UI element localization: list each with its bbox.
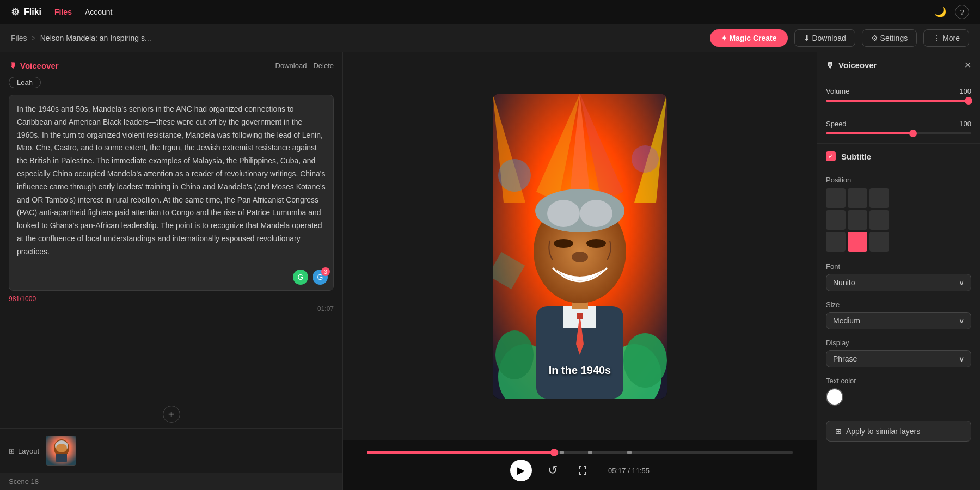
main-content: 🎙 Voiceover Download Delete Leah In the … — [0, 52, 980, 490]
magic-create-button[interactable]: ✦ Magic Create — [710, 29, 788, 47]
scene-panel: 🎙 Voiceover Download Delete Leah In the … — [0, 52, 342, 400]
char-count: 981/1000 — [9, 295, 334, 303]
time-display: 05:17 / 11:55 — [608, 467, 650, 475]
grammar-tool[interactable]: G — [293, 270, 308, 285]
panel-title-text: Voiceover — [838, 60, 877, 70]
panel-mic-icon: 🎙 — [826, 60, 834, 70]
voiceover-text: In the 1940s and 50s, Mandela's seniors … — [17, 103, 326, 259]
font-chevron: ∨ — [959, 278, 964, 287]
display-dropdown[interactable]: Phrase ∨ — [826, 350, 971, 367]
download-button[interactable]: ⬇ Download — [794, 29, 855, 47]
controls-row: ▶ ↺ 05:17 / 11:55 — [354, 460, 806, 481]
video-area: In the 1940s — [343, 52, 817, 440]
svg-point-25 — [586, 239, 606, 248]
thumbnail-preview[interactable] — [46, 436, 76, 466]
font-dropdown[interactable]: Nunito ∨ — [826, 274, 971, 291]
play-button[interactable]: ▶ — [510, 460, 532, 481]
breadcrumb-actions: ✦ Magic Create ⬇ Download ⚙ Settings ⋮ M… — [710, 29, 969, 47]
svg-point-23 — [580, 200, 612, 227]
nav-right: 🌙 ? — [934, 5, 969, 19]
voiceover-actions: Download Delete — [275, 62, 334, 70]
nav-account[interactable]: Account — [85, 8, 113, 16]
video-controls: ▶ ↺ 05:17 / 11:55 — [343, 440, 817, 490]
volume-thumb — [965, 97, 972, 105]
breadcrumb-separator: > — [32, 34, 36, 42]
app-name: Fliki — [24, 7, 41, 17]
size-dropdown[interactable]: Medium ∨ — [826, 312, 971, 329]
size-label: Size — [826, 301, 971, 309]
subtitle-row: ✓ Subtitle — [817, 144, 980, 169]
voiceover-delete[interactable]: Delete — [313, 62, 334, 70]
video-subtitle: In the 1940s — [549, 364, 611, 377]
pos-mid-center[interactable] — [848, 210, 867, 230]
position-label: Position — [817, 169, 980, 188]
subtitle-checkbox[interactable]: ✓ — [826, 151, 836, 161]
text-color-picker[interactable] — [826, 388, 843, 406]
progress-bar[interactable] — [367, 451, 793, 454]
right-panel: 🎙 Voiceover ✕ Volume 100 Speed 100 — [817, 52, 980, 490]
voiceover-header: 🎙 Voiceover Download Delete — [9, 61, 334, 70]
logo-icon: ⚙ — [11, 6, 20, 18]
panel-header: 🎙 Voiceover ✕ — [817, 52, 980, 78]
pos-bot-center[interactable] — [848, 232, 867, 252]
add-scene-button[interactable]: + — [163, 406, 180, 423]
app-logo[interactable]: ⚙ Fliki — [11, 6, 41, 18]
pos-bot-left[interactable] — [826, 232, 846, 252]
mic-icon: 🎙 — [9, 61, 17, 70]
svg-point-27 — [498, 159, 531, 192]
display-chevron: ∨ — [959, 354, 964, 363]
pos-mid-left[interactable] — [826, 210, 846, 230]
center-panel: In the 1940s — [343, 52, 817, 490]
speed-label: Speed — [826, 120, 950, 128]
pos-mid-right[interactable] — [869, 210, 889, 230]
speed-row: Speed 100 — [826, 120, 971, 128]
progress-fill — [367, 451, 554, 454]
volume-label: Volume — [826, 87, 950, 95]
layout-icon: ⊞ — [9, 447, 15, 455]
font-value: Nunito — [833, 278, 855, 287]
position-section: Position — [817, 169, 980, 258]
mandela-illustration: In the 1940s — [493, 94, 667, 399]
panel-close-button[interactable]: ✕ — [964, 60, 971, 70]
size-chevron: ∨ — [959, 316, 964, 325]
volume-value: 100 — [955, 87, 971, 95]
display-value: Phrase — [833, 354, 857, 363]
volume-slider[interactable] — [826, 100, 971, 102]
volume-fill — [826, 100, 971, 102]
svg-point-14 — [623, 333, 667, 388]
settings-button[interactable]: ⚙ Settings — [862, 29, 917, 47]
svg-point-22 — [547, 200, 580, 227]
panel-title: 🎙 Voiceover — [826, 60, 877, 70]
pos-top-left[interactable] — [826, 188, 846, 208]
speed-thumb — [909, 130, 917, 137]
pos-bot-right[interactable] — [869, 232, 889, 252]
text-color-section: Text color — [817, 372, 980, 412]
help-button[interactable]: ? — [955, 5, 969, 19]
breadcrumb-root[interactable]: Files — [11, 34, 27, 42]
video-frame: In the 1940s — [493, 94, 667, 399]
voiceover-label: Voiceover — [20, 61, 59, 70]
speed-slider[interactable] — [826, 132, 971, 134]
pos-top-right[interactable] — [869, 188, 889, 208]
apply-similar-button[interactable]: ⊞ Apply to similar layers — [826, 421, 971, 442]
svg-rect-3 — [56, 454, 67, 462]
speaker-tag[interactable]: Leah — [9, 77, 41, 88]
dark-mode-toggle[interactable]: 🌙 — [934, 6, 946, 18]
replay-button[interactable]: ↺ — [543, 461, 562, 480]
more-button[interactable]: ⋮ More — [923, 29, 969, 47]
volume-row: Volume 100 — [826, 87, 971, 95]
size-value: Medium — [833, 316, 860, 325]
voiceover-title: 🎙 Voiceover — [9, 61, 59, 70]
voiceover-download[interactable]: Download — [275, 62, 307, 70]
volume-section: Volume 100 — [817, 78, 980, 111]
fullscreen-button[interactable] — [573, 461, 593, 480]
voiceover-timestamp: 01:07 — [9, 305, 334, 313]
svg-rect-18 — [577, 313, 583, 318]
text-area-box[interactable]: In the 1940s and 50s, Mandela's seniors … — [9, 95, 334, 291]
nav-files[interactable]: Files — [54, 8, 72, 16]
apply-icon: ⊞ — [835, 427, 842, 436]
layout-text: Layout — [18, 447, 39, 455]
pos-top-center[interactable] — [848, 188, 867, 208]
layout-label: ⊞ Layout — [9, 447, 39, 455]
badge-count: 3 — [321, 267, 330, 276]
